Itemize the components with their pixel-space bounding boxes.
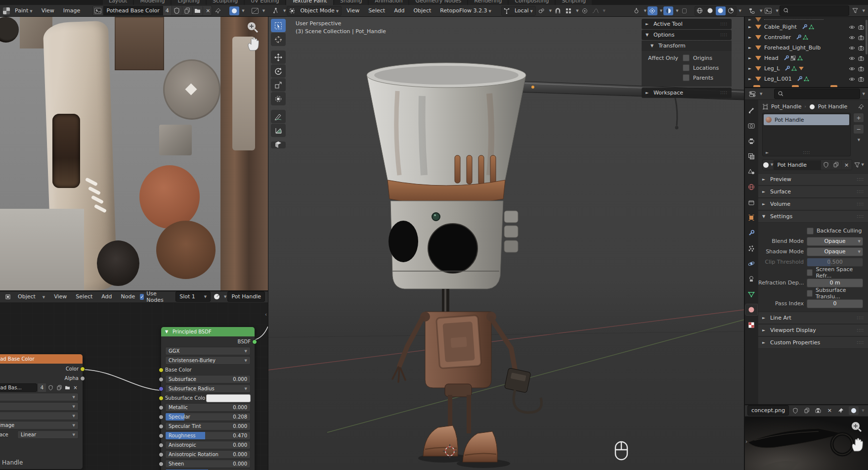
tab-physics[interactable] bbox=[745, 258, 757, 269]
copy-icon[interactable] bbox=[55, 384, 63, 391]
material-sphere-icon[interactable] bbox=[212, 292, 221, 301]
subsurface-color-swatch[interactable] bbox=[206, 394, 251, 402]
checkbox-parents[interactable] bbox=[683, 74, 690, 81]
hide-eye-icon[interactable] bbox=[849, 77, 855, 82]
input-socket[interactable] bbox=[159, 452, 164, 457]
tab-tool[interactable] bbox=[745, 105, 757, 116]
image-name-field[interactable]: Pothead Base Color bbox=[103, 6, 163, 15]
camera-visibility-icon[interactable] bbox=[858, 77, 864, 82]
viewport-3d[interactable]: User Perspective (3) Scene Collection | … bbox=[268, 17, 744, 470]
browse-image-icon[interactable] bbox=[93, 6, 103, 15]
workspace-tab[interactable]: Layout bbox=[103, 0, 133, 5]
camera-visibility-icon[interactable] bbox=[858, 35, 864, 40]
outliner-display-mode-icon[interactable] bbox=[763, 6, 773, 15]
specular-slider[interactable]: Specular0.208 bbox=[165, 413, 251, 421]
color-space-dropdown[interactable]: Linear▼ bbox=[17, 430, 79, 439]
outliner-row[interactable]: ►Leg_L.001 bbox=[744, 74, 868, 84]
show-gizmo-icon[interactable] bbox=[631, 6, 641, 15]
snap-settings-icon[interactable] bbox=[564, 6, 573, 15]
properties-search-input[interactable] bbox=[785, 90, 856, 97]
panel-custom-properties[interactable]: ►Custom Properties:::: bbox=[758, 336, 868, 349]
tool-transform[interactable] bbox=[271, 92, 286, 105]
image-texture-node[interactable]: ▼Pothead Base Color Color Alpha ▼ Pothea… bbox=[0, 354, 83, 470]
new-image-copy-icon[interactable] bbox=[182, 6, 193, 15]
hide-eye-icon[interactable] bbox=[849, 66, 855, 71]
distribution-dropdown[interactable]: GGX▼ bbox=[165, 347, 251, 355]
tab-collection[interactable] bbox=[745, 197, 757, 208]
pin-icon[interactable] bbox=[213, 6, 223, 15]
workspace-tab[interactable]: Compositing bbox=[509, 0, 555, 5]
menu-select[interactable]: Select bbox=[72, 292, 96, 301]
tool-scale[interactable] bbox=[271, 78, 286, 92]
hide-eye-icon[interactable] bbox=[849, 25, 855, 30]
anisotropic-rotation-slider[interactable]: Anisotropic Rotation0.000 bbox=[165, 450, 251, 459]
outliner-row[interactable]: ►Leg_L bbox=[744, 63, 868, 74]
principled-bsdf-node[interactable]: ▼Principled BSDF BSDF GGX▼ Christensen-B… bbox=[161, 327, 255, 470]
tab-constraints[interactable] bbox=[745, 274, 757, 284]
menu-image[interactable]: Image bbox=[59, 6, 84, 15]
shading-material-icon[interactable] bbox=[716, 6, 726, 15]
panel-transform[interactable]: ▼Transform bbox=[642, 41, 732, 51]
copy-material-icon[interactable] bbox=[831, 160, 842, 169]
panel-line-art[interactable]: ►Line Art:::: bbox=[758, 312, 868, 324]
outliner-filter-icon[interactable] bbox=[850, 6, 860, 15]
roughness-slider[interactable]: Roughness0.470 bbox=[165, 431, 251, 440]
base-color-socket[interactable] bbox=[159, 368, 164, 373]
input-socket[interactable] bbox=[159, 433, 164, 438]
menu-add[interactable]: Add bbox=[390, 6, 408, 15]
checkbox-locations[interactable] bbox=[683, 64, 690, 71]
tab-object[interactable] bbox=[745, 212, 757, 223]
reference-filename[interactable]: concept.png bbox=[747, 405, 789, 416]
outliner-search-input[interactable] bbox=[790, 7, 845, 14]
workspace-tab[interactable]: Animation bbox=[369, 0, 408, 5]
source-dropdown[interactable]: Single Image▼ bbox=[0, 421, 79, 429]
menu-add[interactable]: Add bbox=[97, 292, 116, 301]
image-mode-icon[interactable] bbox=[849, 406, 859, 415]
node-image-name[interactable]: Pothead Bas... bbox=[0, 383, 37, 392]
properties-search[interactable] bbox=[774, 89, 860, 99]
panel-preview[interactable]: ►Preview:::: bbox=[758, 173, 868, 186]
menu-select[interactable]: Select bbox=[364, 6, 389, 15]
tool-cursor[interactable] bbox=[271, 33, 286, 46]
alpha-output-socket[interactable] bbox=[80, 376, 85, 381]
backface-culling-checkbox[interactable] bbox=[807, 228, 814, 235]
add-slot-button[interactable]: + bbox=[853, 113, 864, 123]
slot-list-expand[interactable]: ► bbox=[766, 150, 769, 155]
outliner-row[interactable]: ►Controller bbox=[744, 32, 868, 43]
slot-specials-menu[interactable]: ▼ bbox=[853, 136, 863, 144]
bsdf-output-socket[interactable] bbox=[252, 339, 257, 344]
checkbox-origins[interactable] bbox=[683, 54, 690, 61]
blend-mode-dropdown[interactable]: Opaque▼ bbox=[807, 237, 863, 246]
image-paint-mask-icon[interactable] bbox=[229, 6, 239, 15]
pin-icon[interactable] bbox=[836, 406, 846, 415]
shader-context-icon[interactable] bbox=[3, 292, 13, 301]
image-users-count[interactable]: 4 bbox=[163, 6, 172, 15]
panel-volume[interactable]: ►Volume:::: bbox=[758, 198, 868, 210]
breadcrumb-object[interactable]: Pot_Handle bbox=[771, 103, 802, 110]
input-socket[interactable] bbox=[159, 424, 164, 429]
sidebar-collapse-chevron[interactable]: ‹ bbox=[265, 312, 267, 317]
outliner-row[interactable]: ►Cable_Right bbox=[744, 22, 868, 32]
outliner-editor-type-icon[interactable] bbox=[747, 6, 757, 15]
input-socket[interactable] bbox=[159, 443, 164, 448]
tool-annotate[interactable] bbox=[271, 110, 286, 123]
color-output-socket[interactable] bbox=[80, 367, 85, 372]
shadow-mode-dropdown[interactable]: Opaque▼ bbox=[807, 247, 863, 256]
xray-toggle-icon[interactable] bbox=[663, 6, 673, 15]
material-filter-icon[interactable]: ▼ bbox=[854, 160, 864, 169]
workspace-tab[interactable]: UV Editing bbox=[245, 0, 285, 5]
outliner-row-partial-top[interactable]: ► bbox=[744, 17, 868, 22]
workspace-tab[interactable]: Scripting bbox=[556, 0, 592, 5]
show-overlays-icon[interactable] bbox=[648, 6, 657, 15]
shading-solid-icon[interactable] bbox=[705, 6, 716, 15]
menu-view[interactable]: View bbox=[50, 292, 71, 301]
panel-workspace[interactable]: ►Workspace:::: bbox=[642, 88, 732, 98]
viewport-editor-type-icon[interactable] bbox=[271, 6, 281, 15]
image-editor-type-icon[interactable] bbox=[3, 7, 10, 14]
slot-dropdown[interactable]: Slot 1▼ bbox=[175, 291, 211, 302]
camera-visibility-icon[interactable] bbox=[858, 25, 864, 30]
pin-icon[interactable] bbox=[858, 104, 864, 110]
input-socket[interactable] bbox=[159, 415, 164, 420]
folder-icon[interactable] bbox=[64, 384, 71, 391]
menu-view[interactable]: View bbox=[343, 6, 363, 15]
